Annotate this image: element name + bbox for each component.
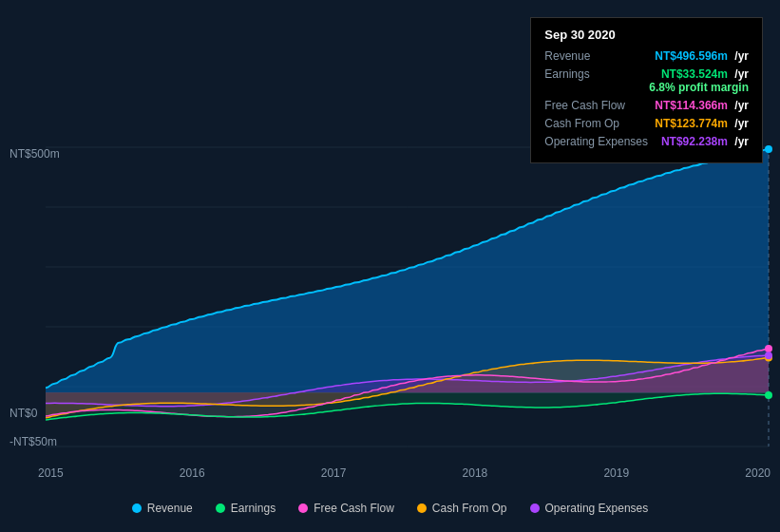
tooltip-value-fcf: NT$114.366m /yr (655, 99, 749, 112)
tooltip-value-earnings: NT$33.524m /yr (661, 67, 749, 81)
tooltip-row-revenue: Revenue NT$496.596m /yr (544, 49, 749, 63)
y-axis-neg-label: -NT$50m (10, 435, 57, 448)
x-label-2015: 2015 (38, 466, 64, 480)
tooltip-label-cashfromop: Cash From Op (544, 117, 649, 130)
legend-dot-fcf (298, 504, 308, 513)
legend-label-fcf: Free Cash Flow (314, 502, 394, 515)
profit-margin-label: 6.8% profit margin (649, 81, 749, 94)
tooltip-row-opex: Operating Expenses NT$92.238m /yr (544, 135, 749, 148)
legend-cashfromop: Cash From Op (417, 502, 507, 515)
x-label-2019: 2019 (603, 466, 629, 480)
legend-label-earnings: Earnings (231, 502, 276, 515)
chart-container: NT$500m NT$0 -NT$50m Sep 30 2020 Revenue… (0, 0, 780, 532)
tooltip-label-earnings: Earnings (544, 67, 649, 81)
legend-dot-earnings (216, 504, 225, 513)
legend-label-opex: Operating Expenses (545, 502, 649, 515)
legend-label-revenue: Revenue (147, 502, 193, 515)
tooltip-label-revenue: Revenue (544, 49, 649, 63)
tooltip-value-opex: NT$92.238m /yr (661, 135, 749, 148)
tooltip-value-revenue: NT$496.596m /yr (655, 49, 749, 63)
x-label-2020: 2020 (745, 466, 770, 480)
y-axis-top-label: NT$500m (10, 147, 60, 161)
tooltip-label-opex: Operating Expenses (544, 135, 649, 148)
data-tooltip: Sep 30 2020 Revenue NT$496.596m /yr Earn… (530, 17, 763, 163)
legend-earnings: Earnings (216, 502, 276, 515)
x-label-2016: 2016 (180, 466, 205, 480)
x-label-2018: 2018 (463, 466, 488, 480)
legend-revenue: Revenue (132, 502, 193, 515)
tooltip-title: Sep 30 2020 (544, 28, 749, 42)
tooltip-row-cashfromop: Cash From Op NT$123.774m /yr (544, 117, 749, 130)
legend-label-cashfromop: Cash From Op (432, 502, 507, 515)
legend-dot-revenue (132, 504, 142, 513)
legend-dot-opex (530, 504, 540, 513)
x-axis-labels: 2015 2016 2017 2018 2019 2020 (38, 466, 770, 480)
tooltip-row-earnings: Earnings NT$33.524m /yr 6.8% profit marg… (544, 67, 749, 94)
legend-dot-cashfromop (417, 504, 427, 513)
x-label-2017: 2017 (321, 466, 347, 480)
tooltip-label-fcf: Free Cash Flow (544, 99, 649, 112)
legend-fcf: Free Cash Flow (298, 502, 394, 515)
legend-opex: Operating Expenses (530, 502, 649, 515)
tooltip-row-fcf: Free Cash Flow NT$114.366m /yr (544, 99, 749, 112)
tooltip-value-cashfromop: NT$123.774m /yr (655, 117, 749, 130)
y-axis-zero-label: NT$0 (10, 407, 37, 420)
chart-legend: Revenue Earnings Free Cash Flow Cash Fro… (0, 502, 780, 515)
